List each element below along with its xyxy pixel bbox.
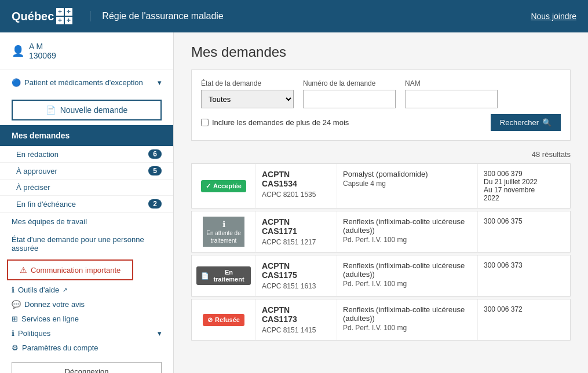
card-status-0: ✓ Acceptée [192,164,255,208]
header: Québec ✛ ✛ ✛ ✛ Régie de l'assurance mala… [0,0,588,32]
info2-icon: ℹ [12,329,14,338]
card-meta-1: 300 006 375 [477,211,570,252]
inclure-checkbox[interactable] [201,119,209,126]
nam-group: NAM [405,79,498,108]
warning-icon: ⚠ [20,265,27,275]
sidebar-item-en-redaction[interactable]: En rédaction 6 [0,146,173,163]
services-label: Services en ligne [21,315,79,323]
search-label: Rechercher [500,118,539,127]
sidebar-user: 👤 A M 130069 [0,32,173,70]
sidebar-item-a-approuver[interactable]: À approuver 5 [0,163,173,180]
politiques-label: Politiques [18,329,50,338]
card-status-1: ℹ En attente detraitement [192,211,255,252]
doc-icon: 📄 [201,272,209,280]
card-meta-2: 300 006 373 [477,255,570,296]
status-badge-traitement: 📄 En traitement [196,266,251,285]
logo-area: Québec ✛ ✛ ✛ ✛ Régie de l'assurance mala… [12,8,224,24]
result-card-1[interactable]: ℹ En attente detraitement ACPTNCAS1171 A… [191,211,571,253]
quebec-logo: Québec ✛ ✛ ✛ ✛ [12,8,72,24]
sidebar-etat-link[interactable]: État d'une demande pour une personne ass… [0,231,173,257]
en-fin-label: En fin d'échéance [16,200,76,209]
card-desc-1: Renflexis (infliximab-colite ulcéreuse (… [337,211,477,252]
sidebar-services-link[interactable]: ⊞ Services en ligne [0,312,173,326]
result-card-3[interactable]: ⊘ Refusée ACPTNCAS1173 ACPC 8151 1415 Re… [191,299,571,341]
sidebar-parametres-link[interactable]: ⚙ Paramètres du compte [0,341,173,355]
en-redaction-label: En rédaction [16,150,59,159]
card-id-sub-2: ACPC 8151 1613 [262,282,331,290]
sidebar-item-a-preciser[interactable]: À préciser [0,180,173,196]
card-id-sub-1: ACPC 8151 1217 [262,238,331,246]
sidebar-politiques-link[interactable]: ℹ Politiques ▾ [0,326,173,341]
etat-label: État de la demande [201,79,294,87]
patient-link[interactable]: 🔵 Patient et médicaments d'exception ▾ [12,76,162,89]
info-icon: ℹ [12,286,14,294]
card-meta-0: 300 006 379Du 21 juillet 2022Au 17 novem… [477,164,570,208]
refus-icon: ⊘ [207,316,213,324]
a-approuver-badge: 5 [148,166,162,175]
en-fin-badge: 2 [148,199,162,209]
card-desc-sub-1: Pd. Perf. I.V. 100 mg [343,236,472,244]
etat-select[interactable]: Toutes [201,90,294,108]
fleur-grid: ✛ ✛ ✛ ✛ [56,8,72,24]
card-desc-main-0: Pomalyst (pomalidomide) [343,170,472,178]
card-id-1: ACPTNCAS1171 ACPC 8151 1217 [255,211,337,252]
numero-input[interactable] [303,90,396,108]
card-id-0: ACPTNCAS1534 ACPC 8201 1535 [255,164,337,208]
numero-group: Numéro de la demande [303,79,396,108]
sidebar: 👤 A M 130069 🔵 Patient et médicaments d'… [0,32,174,373]
checkbox-text: Inclure les demandes de plus de 24 mois [212,118,349,127]
nam-input[interactable] [405,90,498,108]
results-count: 48 résultats [191,150,571,159]
result-card-0[interactable]: ✓ Acceptée ACPTNCAS1534 ACPC 8201 1535 P… [191,163,571,209]
card-status-2: 📄 En traitement [192,255,255,296]
card-desc-2: Renflexis (infliximab-colite ulcéreuse (… [337,255,477,296]
numero-label: Numéro de la demande [303,79,396,87]
a-approuver-label: À approuver [16,167,57,175]
gear-icon: ⚙ [12,343,19,352]
sidebar-donnez-link[interactable]: 💬 Donnez votre avis [0,297,173,312]
search-box: État de la demande Toutes Numéro de la d… [191,70,571,141]
card-desc-sub-3: Pd. Perf. I.V. 100 mg [343,324,472,332]
status-text-0: Acceptée [213,182,242,189]
sidebar-teams-link[interactable]: Mes équipes de travail [0,213,173,231]
communication-importante-link[interactable]: ⚠ Communication importante [7,259,133,280]
fleur-cell-3: ✛ [56,17,64,24]
communication-label: Communication importante [31,266,120,275]
sidebar-item-en-fin[interactable]: En fin d'échéance 2 [0,196,173,213]
status-badge-refusee: ⊘ Refusée [203,314,244,326]
status-badge-acceptee: ✓ Acceptée [201,180,246,192]
card-desc-main-1: Renflexis (infliximab-colite ulcéreuse (… [343,217,472,235]
fleur-cell-1: ✛ [56,8,64,16]
nous-joindre-link[interactable]: Nous joindre [531,12,576,21]
card-status-3: ⊘ Refusée [192,299,255,340]
user-id: 130069 [29,51,56,60]
checkbox-label[interactable]: Inclure les demandes de plus de 24 mois [201,118,349,127]
card-id-3: ACPTNCAS1173 ACPC 8151 1415 [255,299,337,340]
patient-label: Patient et médicaments d'exception [24,78,143,87]
search-row-2: Inclure les demandes de plus de 24 mois … [201,114,561,131]
deconnexion-button[interactable]: Déconnexion [12,362,162,373]
main-content: Mes demandes État de la demande Toutes N… [174,32,588,373]
card-id-sub-0: ACPC 8201 1535 [262,191,331,199]
card-id-sub-3: ACPC 8151 1415 [262,326,331,334]
result-card-2[interactable]: 📄 En traitement ACPTNCAS1175 ACPC 8151 1… [191,255,571,297]
sidebar-outils-link[interactable]: ℹ Outils d'aide ↗ [0,283,173,297]
donnez-label: Donnez votre avis [24,300,85,309]
etat-label: État d'une demande pour une personne ass… [12,235,144,253]
status-badge-attente: ℹ En attente detraitement [203,217,244,247]
nam-label: NAM [405,79,498,87]
patient-icon: 🔵 [12,78,21,87]
fleur-cell-4: ✛ [65,17,72,24]
external-link-icon: ↗ [63,287,67,293]
card-id-main-1: ACPTNCAS1171 [262,217,331,236]
check-icon: ✓ [206,182,211,190]
status-text-3: Refusée [215,316,240,323]
card-meta-3: 300 006 372 [477,299,570,340]
parametres-label: Paramètres du compte [22,343,98,352]
new-demand-icon: 📄 [46,105,56,115]
attente-icon: ℹ [206,219,241,229]
patient-section: 🔵 Patient et médicaments d'exception ▾ [0,70,173,95]
card-desc-0: Pomalyst (pomalidomide) Capsule 4 mg [337,164,477,208]
search-button[interactable]: Rechercher 🔍 [491,114,561,131]
new-demand-button[interactable]: 📄 Nouvelle demande [12,100,162,120]
